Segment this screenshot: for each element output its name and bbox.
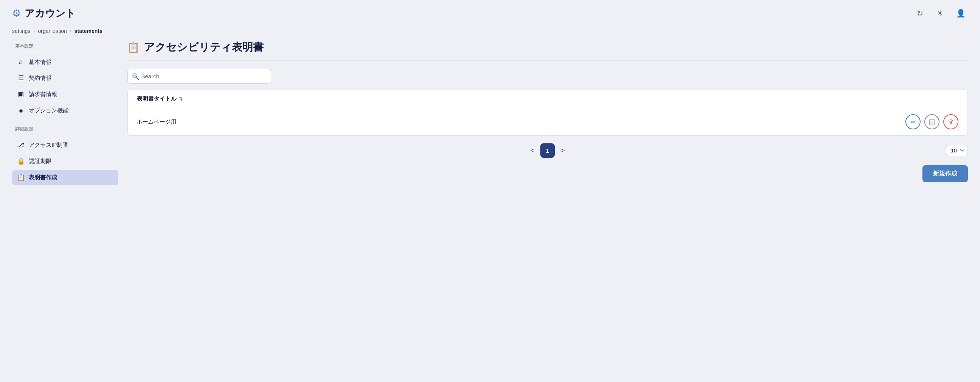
page-title-icon: 📋 [127,41,139,53]
search-icon: 🔍 [132,73,139,80]
sidebar-item-label-basic-info: 基本情報 [29,59,51,66]
page-divider [127,60,968,61]
sidebar-item-label-options: オプション機能 [29,107,68,114]
sidebar-item-label-auth-period: 認証期限 [29,158,51,165]
header-icons: ↻ ☀ 👤 [913,6,968,21]
page-header: 📋 アクセシビリティ表明書 [127,40,968,54]
sidebar-item-label-access-ip: アクセスIP制限 [29,141,68,149]
document-icon: ☰ [17,74,25,82]
search-input-wrapper: 🔍 [127,69,271,84]
delete-icon: 🗑 [948,118,954,125]
sort-icon[interactable]: ⇅ [179,97,183,102]
table-cell-homepage: ホームページ用 [137,118,905,125]
sidebar-item-options[interactable]: ◈ オプション機能 [12,103,118,118]
search-input[interactable] [127,69,271,84]
gear-icon: ⚙ [12,8,21,19]
sidebar-item-auth-period[interactable]: 🔒 認証期限 [12,154,118,169]
sidebar-item-basic-info[interactable]: ⌂ 基本情報 [12,54,118,70]
options-icon: ◈ [17,107,25,115]
per-page-select[interactable]: 10 20 50 [946,145,968,156]
new-btn-row: 新規作成 [127,165,968,182]
breadcrumb-sep-2: › [70,29,72,34]
user-button[interactable]: 👤 [953,6,968,21]
table-column-label: 表明書タイトル [137,95,177,103]
layout: 基本設定 ⌂ 基本情報 ☰ 契約情報 ▣ 請求書情報 ◈ オプション機能 詳細設… [0,40,980,198]
app-title: アカウント [25,7,76,20]
copy-icon: 📋 [928,118,936,125]
sidebar-item-billing-info[interactable]: ▣ 請求書情報 [12,87,118,102]
sidebar-section-detail: 詳細設定 [12,123,118,135]
main-content: 📋 アクセシビリティ表明書 🔍 表明書タイトル ⇅ ホームページ用 [127,40,968,186]
sidebar-item-label-statements: 表明書作成 [29,174,57,181]
breadcrumb-item-organization[interactable]: organization [38,28,67,34]
lock-icon: 🔒 [17,157,25,165]
theme-button[interactable]: ☀ [933,6,947,21]
home-icon: ⌂ [17,58,25,66]
prev-page-button[interactable]: < [527,145,537,156]
table-header-row: 表明書タイトル ⇅ [127,90,967,108]
next-page-button[interactable]: > [558,145,568,156]
breadcrumb-item-settings[interactable]: settings [12,28,30,34]
statement-icon: 📋 [17,174,25,182]
sidebar-item-access-ip[interactable]: ⎇ アクセスIP制限 [12,137,118,153]
sidebar-section-basic: 基本設定 [12,40,118,52]
table-card: 表明書タイトル ⇅ ホームページ用 ✏ 📋 🗑 [127,90,968,136]
sidebar-divider-2 [12,135,118,135]
theme-icon: ☀ [937,9,943,18]
sidebar-divider-1 [12,52,118,52]
copy-button[interactable]: 📋 [924,114,939,129]
per-page-select-wrapper: 10 20 50 [946,145,968,156]
delete-button[interactable]: 🗑 [943,114,958,129]
breadcrumb-item-statements: statements [75,28,103,34]
table-row: ホームページ用 ✏ 📋 🗑 [127,108,967,135]
edit-button[interactable]: ✏ [905,114,921,129]
search-container: 🔍 [127,69,968,84]
sidebar-item-contract-info[interactable]: ☰ 契約情報 [12,70,118,86]
breadcrumb: settings › organization › statements [0,27,980,40]
network-icon: ⎇ [17,141,25,149]
header: ⚙ アカウント ↻ ☀ 👤 [0,0,980,27]
sidebar-item-label-contract-info: 契約情報 [29,74,51,82]
refresh-icon: ↻ [917,9,923,18]
pagination-row: < 1 > 10 20 50 [127,143,968,158]
page-1-button[interactable]: 1 [540,143,555,158]
billing-icon: ▣ [17,90,25,98]
table-header-title: 表明書タイトル ⇅ [137,95,183,103]
page-title: アクセシビリティ表明書 [144,40,264,54]
sidebar-item-statements[interactable]: 📋 表明書作成 [12,170,118,185]
row-actions: ✏ 📋 🗑 [905,114,958,129]
header-left: ⚙ アカウント [12,7,76,20]
sidebar-item-label-billing-info: 請求書情報 [29,91,57,98]
new-button[interactable]: 新規作成 [923,165,968,182]
breadcrumb-sep-1: › [33,29,35,34]
refresh-button[interactable]: ↻ [913,6,927,21]
sidebar: 基本設定 ⌂ 基本情報 ☰ 契約情報 ▣ 請求書情報 ◈ オプション機能 詳細設… [12,40,118,186]
user-icon: 👤 [956,9,966,18]
edit-icon: ✏ [911,118,916,125]
